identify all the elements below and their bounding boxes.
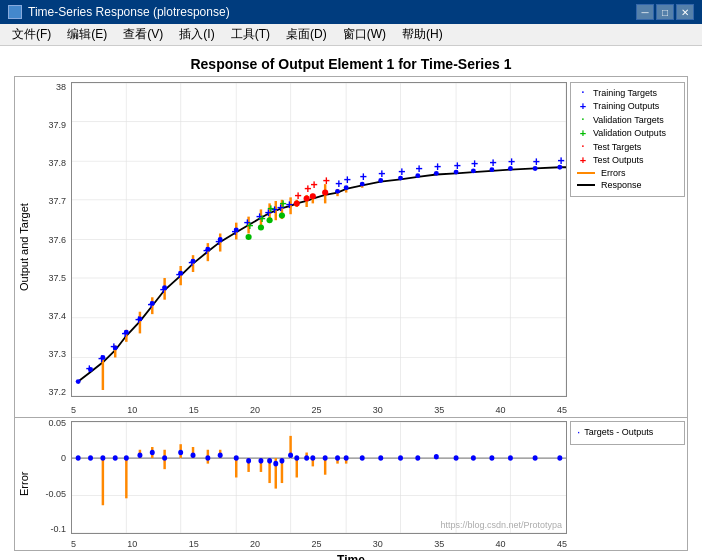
error-x-tick-6: 35: [434, 539, 444, 549]
svg-point-152: [113, 455, 118, 461]
main-plot-area: + + + + + + + + + + + + + + +: [71, 82, 567, 397]
maximize-button[interactable]: □: [656, 4, 674, 20]
error-chart: Error 0.05 0 -0.05 -0.1: [14, 418, 688, 551]
close-button[interactable]: ✕: [676, 4, 694, 20]
svg-point-174: [360, 455, 365, 461]
y-tick-0: 38: [56, 82, 66, 92]
svg-point-76: [279, 212, 285, 218]
svg-text:+: +: [135, 313, 142, 327]
error-x-tick-2: 15: [189, 539, 199, 549]
svg-text:+: +: [533, 155, 540, 169]
error-x-tick-8: 45: [557, 539, 567, 549]
svg-text:+: +: [323, 174, 330, 188]
error-chart-svg: [72, 422, 566, 533]
svg-point-182: [508, 455, 513, 461]
svg-point-176: [398, 455, 403, 461]
svg-point-75: [267, 217, 273, 223]
legend-training-targets-label: Training Targets: [593, 88, 657, 98]
svg-text:+: +: [188, 256, 195, 270]
svg-point-178: [434, 454, 439, 460]
svg-text:+: +: [360, 170, 367, 184]
error-y-tick-3: -0.1: [50, 524, 66, 534]
svg-text:+: +: [415, 162, 422, 176]
svg-point-173: [344, 455, 349, 461]
y-axis-label: Output and Target: [15, 77, 33, 417]
main-chart: Output and Target 38 37.9 37.8 37.7 37.6…: [14, 76, 688, 418]
legend-errors: Errors: [577, 168, 678, 178]
svg-point-172: [335, 455, 340, 461]
svg-point-151: [100, 455, 105, 461]
chart-title: Response of Output Element 1 for Time-Se…: [4, 50, 698, 76]
svg-text:+: +: [246, 219, 253, 233]
error-x-tick-3: 20: [250, 539, 260, 549]
legend-response-line: [577, 184, 595, 186]
svg-text:+: +: [508, 155, 515, 169]
menu-tools[interactable]: 工具(T): [223, 24, 278, 45]
svg-point-181: [489, 455, 494, 461]
menu-edit[interactable]: 编辑(E): [59, 24, 115, 45]
legend-validation-targets-label: Validation Targets: [593, 115, 664, 125]
legend-response-label: Response: [601, 180, 642, 190]
svg-text:+: +: [121, 327, 128, 341]
svg-text:+: +: [176, 268, 183, 282]
y-axis-ticks: 38 37.9 37.8 37.7 37.6 37.5 37.4 37.3 37…: [33, 82, 69, 397]
x-tick-0: 5: [71, 405, 76, 415]
main-chart-inner: 38 37.9 37.8 37.7 37.6 37.5 37.4 37.3 37…: [33, 77, 687, 417]
error-x-tick-0: 5: [71, 539, 76, 549]
svg-text:+: +: [203, 244, 210, 258]
minimize-button[interactable]: ─: [636, 4, 654, 20]
svg-text:+: +: [160, 283, 167, 297]
svg-point-175: [378, 455, 383, 461]
svg-text:+: +: [557, 154, 564, 168]
legend-targets-outputs: · Targets - Outputs: [577, 425, 678, 439]
menu-window[interactable]: 窗口(W): [335, 24, 394, 45]
svg-point-166: [279, 458, 284, 464]
legend-validation-outputs-marker: +: [577, 127, 589, 139]
menu-bar: 文件(F) 编辑(E) 查看(V) 插入(I) 工具(T) 桌面(D) 窗口(W…: [0, 24, 702, 46]
error-y-tick-1: 0: [61, 453, 66, 463]
menu-file[interactable]: 文件(F): [4, 24, 59, 45]
y-tick-1: 37.9: [48, 120, 66, 130]
error-y-ticks: 0.05 0 -0.05 -0.1: [33, 418, 69, 534]
x-tick-7: 40: [496, 405, 506, 415]
svg-text:+: +: [471, 158, 478, 172]
menu-insert[interactable]: 插入(I): [171, 24, 222, 45]
svg-text:+: +: [110, 341, 117, 355]
legend-test-targets-marker: ·: [577, 141, 589, 152]
y-tick-4: 37.6: [48, 235, 66, 245]
legend-training-outputs: + Training Outputs: [577, 100, 678, 112]
svg-point-165: [273, 461, 278, 467]
svg-point-180: [471, 455, 476, 461]
menu-view[interactable]: 查看(V): [115, 24, 171, 45]
svg-point-184: [557, 455, 562, 461]
svg-point-170: [310, 455, 315, 461]
svg-text:+: +: [215, 235, 222, 249]
error-x-tick-5: 30: [373, 539, 383, 549]
svg-text:+: +: [98, 353, 105, 367]
legend-test-outputs-label: Test Outputs: [593, 155, 644, 165]
x-tick-3: 20: [250, 405, 260, 415]
x-tick-5: 30: [373, 405, 383, 415]
error-plot-area: [71, 421, 567, 534]
menu-help[interactable]: 帮助(H): [394, 24, 451, 45]
svg-text:+: +: [267, 202, 274, 216]
legend-response: Response: [577, 180, 678, 190]
svg-point-179: [454, 455, 459, 461]
main-chart-svg: + + + + + + + + + + + + + + +: [72, 83, 566, 396]
svg-text:+: +: [335, 177, 342, 191]
svg-point-150: [88, 455, 93, 461]
menu-desktop[interactable]: 桌面(D): [278, 24, 335, 45]
svg-text:+: +: [86, 362, 93, 376]
error-chart-legend: · Targets - Outputs: [570, 421, 685, 445]
legend-test-outputs-marker: +: [577, 154, 589, 166]
y-tick-5: 37.5: [48, 273, 66, 283]
legend-training-targets: · Training Targets: [577, 87, 678, 98]
svg-point-163: [258, 458, 263, 464]
svg-point-183: [533, 455, 538, 461]
x-tick-4: 25: [311, 405, 321, 415]
error-x-tick-7: 40: [496, 539, 506, 549]
error-x-tick-1: 10: [127, 539, 137, 549]
svg-text:+: +: [147, 298, 154, 312]
svg-point-156: [162, 455, 167, 461]
svg-point-162: [246, 458, 251, 464]
